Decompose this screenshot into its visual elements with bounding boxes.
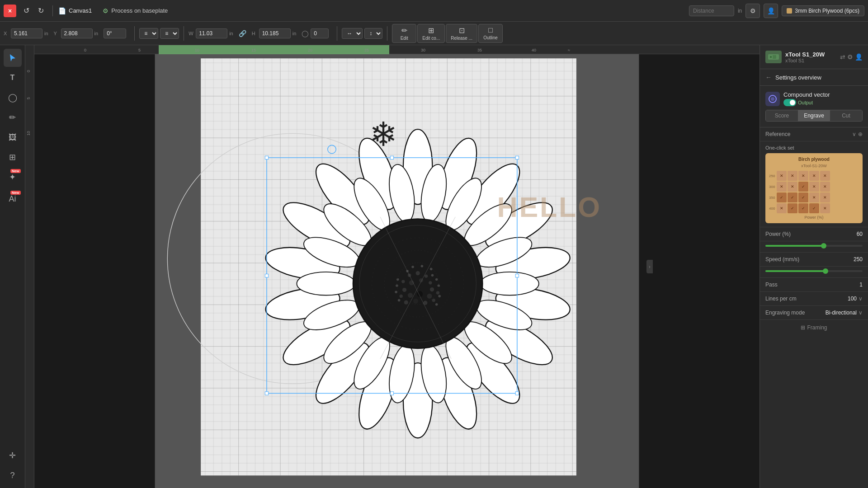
grid-columns: ✕ ✕ ✕ ✕ ✕ ✕ ✕ ✓ ✕ ✕ xyxy=(777,171,830,213)
svg-text:10: 10 xyxy=(195,48,199,52)
reference-expand-icon[interactable]: ⊕ xyxy=(858,131,863,137)
grid-cell: ✕ xyxy=(788,171,797,181)
align-v-select[interactable]: ≡ xyxy=(160,28,179,39)
sidebar-item-move[interactable]: ✛ xyxy=(4,446,22,465)
sidebar-item-select[interactable] xyxy=(4,49,22,67)
framing-button[interactable]: ⊞ Framing xyxy=(760,320,868,335)
corner-icon[interactable]: ◯ xyxy=(302,30,309,37)
sidebar-item-help[interactable]: ? xyxy=(4,466,22,484)
lines-value-group[interactable]: 100 ∨ xyxy=(848,296,863,302)
panel-sync-icon[interactable]: ⇄ xyxy=(840,53,845,61)
edit-button[interactable]: ✏ Edit xyxy=(392,24,416,43)
sidebar-item-grid[interactable]: ⊞ xyxy=(4,148,22,166)
settings-overview[interactable]: ← Settings overview xyxy=(760,69,868,86)
ruler-ticks-svg: 0 5 10 15 20 25 30 35 40 ≈ xyxy=(25,45,760,54)
h-input[interactable] xyxy=(259,28,291,38)
undo-button[interactable]: ↺ xyxy=(20,5,33,17)
w-input[interactable] xyxy=(196,28,227,38)
engraving-mode-value-group[interactable]: Bi-directional ∨ xyxy=(826,310,863,316)
sidebar-item-ai[interactable]: ✦ New xyxy=(4,168,22,186)
logo-icon: × xyxy=(8,7,12,14)
toolbar-div-4 xyxy=(387,26,387,41)
ruler-horizontal: 0 5 10 15 20 25 30 35 40 ≈ xyxy=(25,45,760,54)
settings-icon[interactable]: ⚙ xyxy=(745,4,760,18)
tab-cut[interactable]: Cut xyxy=(830,110,862,121)
tab-engrave[interactable]: Engrave xyxy=(798,110,830,121)
svg-point-73 xyxy=(427,294,432,299)
output-toggle[interactable] xyxy=(783,99,796,106)
engraving-mode-row: Engraving mode Bi-directional ∨ xyxy=(760,306,868,320)
material-grid-sub: xTool-S1-20W xyxy=(769,164,859,168)
sidebar-item-draw[interactable]: ✏ xyxy=(4,108,22,127)
y-input[interactable] xyxy=(61,28,93,38)
svg-rect-102 xyxy=(265,274,268,277)
grid-cell: ✕ xyxy=(777,171,787,181)
topbar-actions: ↺ ↻ xyxy=(20,5,47,17)
align-h-select[interactable]: ≡ xyxy=(139,28,158,39)
process-tab[interactable]: ⚙ Process on baseplate xyxy=(103,7,168,14)
flip-h-select[interactable]: ↔ xyxy=(342,28,363,39)
file-tab[interactable]: 📄 Canvas1 xyxy=(58,7,92,14)
outline-button[interactable]: □ Outline xyxy=(478,24,503,43)
canvas-area[interactable]: 0 5 10 15 20 25 30 35 40 ≈ 0 5 10 xyxy=(25,45,760,488)
speed-slider-thumb[interactable] xyxy=(823,268,828,274)
x-input[interactable] xyxy=(11,28,42,38)
svg-rect-96 xyxy=(265,156,268,159)
file-name: Canvas1 xyxy=(69,7,92,14)
app-logo[interactable]: × xyxy=(4,5,16,17)
panel-expand-button[interactable]: › xyxy=(646,260,653,273)
user-icon[interactable]: 👤 xyxy=(764,4,778,18)
compound-header: Compound vector Output xyxy=(765,91,863,106)
svg-point-88 xyxy=(398,299,401,302)
power-slider-thumb[interactable] xyxy=(821,243,826,249)
svg-point-84 xyxy=(438,295,441,298)
svg-point-65 xyxy=(402,288,406,292)
svg-rect-106 xyxy=(773,55,776,59)
tab-score[interactable]: Score xyxy=(766,110,798,121)
svg-point-62 xyxy=(429,281,432,284)
x-unit: in xyxy=(44,31,48,36)
power-slider-track[interactable] xyxy=(765,245,863,247)
svg-point-74 xyxy=(436,291,439,294)
material-grid-card[interactable]: Birch plywood xTool-S1-20W 250 300 350 4… xyxy=(765,153,863,223)
grid-cell-check: ✓ xyxy=(798,182,808,192)
release-button[interactable]: ⊡ Release ... xyxy=(446,24,477,43)
output-label: Output xyxy=(798,100,813,105)
grid-cell: ✕ xyxy=(809,171,819,181)
panel-settings-icon[interactable]: ⚙ xyxy=(847,53,853,61)
angle-input[interactable] xyxy=(104,28,126,38)
material-badge[interactable]: 3mm Birch Plywood (6pcs) xyxy=(782,5,864,16)
redo-button[interactable]: ↻ xyxy=(34,5,47,17)
edit-compound-button[interactable]: ⊞ Edit co... xyxy=(417,24,445,43)
power-slider-row xyxy=(760,241,868,253)
machine-icon xyxy=(765,51,782,63)
new-badge-2: New xyxy=(10,191,20,195)
panel-user-icon[interactable]: 👤 xyxy=(855,53,863,61)
speed-slider-track[interactable] xyxy=(765,270,863,272)
grid-cell-check: ✓ xyxy=(788,203,797,213)
speed-label: Speed (mm/s) xyxy=(765,256,799,263)
lines-row: Lines per cm 100 ∨ xyxy=(760,292,868,306)
hello-watermark: HELLO xyxy=(497,191,602,223)
sidebar-item-ai2[interactable]: Ai New xyxy=(4,190,22,208)
power-slider-fill xyxy=(765,245,824,247)
framing-label: Framing xyxy=(807,324,827,331)
w-unit: in xyxy=(229,31,233,36)
corner-input[interactable] xyxy=(311,28,329,38)
svg-text:20: 20 xyxy=(308,48,312,52)
panel-header-icons: ⇄ ⚙ 👤 xyxy=(840,53,863,61)
sidebar-item-text[interactable]: T xyxy=(4,69,22,87)
machine-name: xTool S1_20W xyxy=(785,51,836,58)
release-icon: ⊡ xyxy=(459,26,465,35)
edit-label: Edit xyxy=(401,36,408,41)
reference-row[interactable]: Reference ∨ ⊕ xyxy=(760,127,868,141)
distance-input[interactable] xyxy=(689,5,734,16)
snowflake-text: ❄ xyxy=(369,116,397,153)
text-icon: T xyxy=(10,74,15,82)
reference-actions: ∨ ⊕ xyxy=(852,131,863,137)
sidebar-item-images[interactable]: 🖼 xyxy=(4,128,22,146)
grid-icon: ⊞ xyxy=(9,152,16,162)
flip-v-select[interactable]: ↕ xyxy=(364,28,382,39)
lock-icon[interactable]: 🔗 xyxy=(239,30,246,37)
sidebar-item-shapes[interactable]: ◯ xyxy=(4,89,22,107)
